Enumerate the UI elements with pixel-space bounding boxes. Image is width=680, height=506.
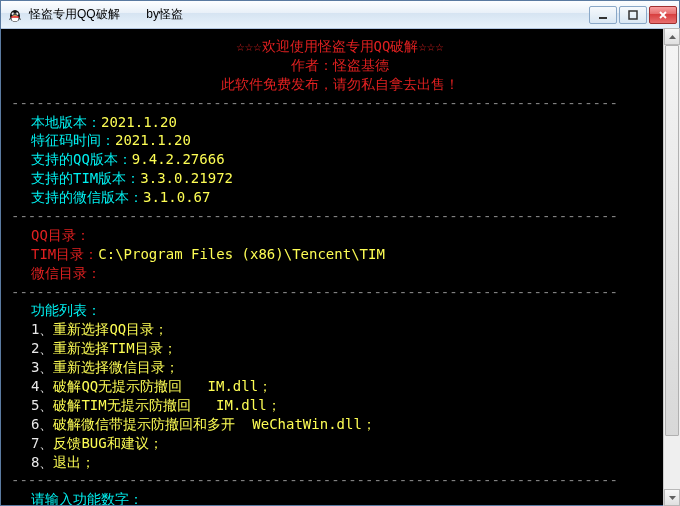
input-prompt[interactable]: 请输入功能数字：: [11, 490, 669, 505]
chevron-down-icon: [669, 496, 676, 500]
sig-time-label: 特征码时间：: [31, 132, 115, 148]
dirs-block: QQ目录： TIM目录：C:\Program Files (x86)\Tence…: [11, 226, 669, 283]
scroll-thumb[interactable]: [665, 45, 679, 436]
local-version-label: 本地版本：: [31, 114, 101, 130]
svg-point-4: [13, 13, 14, 14]
app-window: 怪盗专用QQ破解 by怪盗 ☆☆☆欢迎使用怪盗专用QQ破解☆☆☆ 作者：怪盗基德…: [0, 0, 680, 506]
menu-item-extra: WeChatWin.dll；: [235, 416, 375, 432]
vertical-scrollbar[interactable]: [663, 28, 680, 506]
menu-block: 功能列表： 1、重新选择QQ目录； 2、重新选择TIM目录； 3、重新选择微信目…: [11, 301, 669, 471]
version-block: 本地版本：2021.1.20 特征码时间：2021.1.20 支持的QQ版本：9…: [11, 113, 669, 207]
menu-item-label: 重新选择QQ目录；: [53, 321, 168, 337]
qq-version-value: 9.4.2.27666: [132, 151, 225, 167]
menu-num: 8、: [31, 454, 53, 470]
tim-dir-label: TIM目录：: [31, 246, 98, 262]
separator: ----------------------------------------…: [11, 471, 669, 490]
tim-version-value: 3.3.0.21972: [140, 170, 233, 186]
svg-rect-8: [599, 17, 607, 19]
menu-num: 1、: [31, 321, 53, 337]
menu-item-label: 重新选择微信目录；: [53, 359, 179, 375]
svg-rect-9: [629, 11, 637, 19]
menu-item-label: 退出；: [53, 454, 95, 470]
menu-item-label: 反馈BUG和建议；: [53, 435, 162, 451]
wechat-version-label: 支持的微信版本：: [31, 189, 143, 205]
tim-dir-value: C:\Program Files (x86)\Tencent\TIM: [98, 246, 385, 262]
menu-num: 5、: [31, 397, 53, 413]
banner: ☆☆☆欢迎使用怪盗专用QQ破解☆☆☆ 作者：怪盗基德 此软件免费发布，请勿私自拿…: [11, 37, 669, 94]
scroll-track[interactable]: [664, 45, 680, 489]
close-button[interactable]: [649, 6, 677, 24]
wechat-version-value: 3.1.0.67: [143, 189, 210, 205]
banner-line-1: ☆☆☆欢迎使用怪盗专用QQ破解☆☆☆: [11, 37, 669, 56]
window-title: 怪盗专用QQ破解 by怪盗: [29, 6, 589, 23]
menu-item-label: 重新选择TIM目录；: [53, 340, 176, 356]
minimize-button[interactable]: [589, 6, 617, 24]
menu-title: 功能列表：: [31, 301, 669, 320]
separator: ----------------------------------------…: [11, 283, 669, 302]
maximize-icon: [628, 10, 638, 20]
menu-item-extra: IM.dll；: [191, 397, 281, 413]
console-output: ☆☆☆欢迎使用怪盗专用QQ破解☆☆☆ 作者：怪盗基德 此软件免费发布，请勿私自拿…: [1, 29, 679, 505]
menu-item-label: 破解TIM无提示防撤回: [53, 397, 190, 413]
titlebar[interactable]: 怪盗专用QQ破解 by怪盗: [1, 1, 679, 29]
menu-num: 6、: [31, 416, 53, 432]
scroll-up-button[interactable]: [664, 28, 680, 45]
svg-point-5: [16, 13, 17, 14]
tim-version-label: 支持的TIM版本：: [31, 170, 140, 186]
minimize-icon: [598, 10, 608, 20]
qq-dir-label: QQ目录：: [31, 227, 90, 243]
menu-item-label: 破解QQ无提示防撤回: [53, 378, 182, 394]
chevron-up-icon: [669, 35, 676, 39]
svg-rect-7: [11, 16, 19, 18]
wechat-dir-label: 微信目录：: [31, 265, 101, 281]
window-controls: [589, 6, 677, 24]
scroll-down-button[interactable]: [664, 489, 680, 506]
qq-version-label: 支持的QQ版本：: [31, 151, 132, 167]
menu-item-extra: IM.dll；: [182, 378, 272, 394]
app-icon: [7, 7, 23, 23]
separator: ----------------------------------------…: [11, 207, 669, 226]
menu-num: 2、: [31, 340, 53, 356]
menu-item-label: 破解微信带提示防撤回和多开: [53, 416, 235, 432]
menu-num: 7、: [31, 435, 53, 451]
menu-num: 3、: [31, 359, 53, 375]
close-icon: [658, 10, 668, 20]
local-version-value: 2021.1.20: [101, 114, 177, 130]
sig-time-value: 2021.1.20: [115, 132, 191, 148]
separator: ----------------------------------------…: [11, 94, 669, 113]
maximize-button[interactable]: [619, 6, 647, 24]
banner-line-3: 此软件免费发布，请勿私自拿去出售！: [11, 75, 669, 94]
menu-num: 4、: [31, 378, 53, 394]
banner-line-2: 作者：怪盗基德: [11, 56, 669, 75]
